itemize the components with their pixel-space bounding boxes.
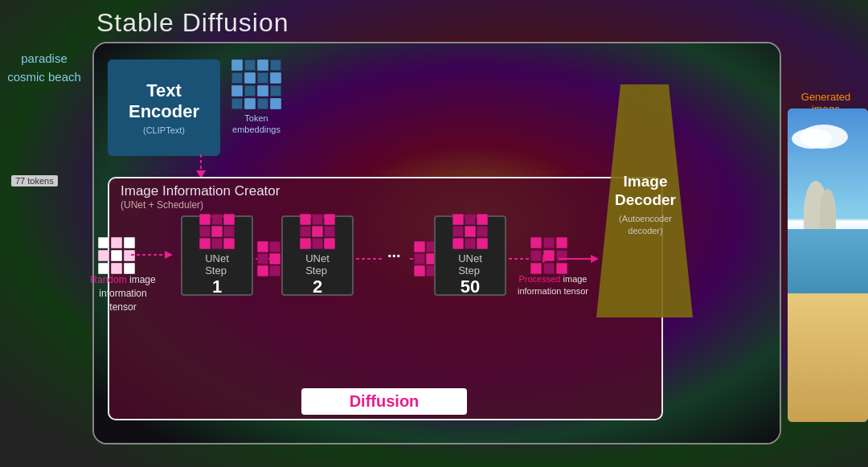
- random-tensor-label: Random imageinformation tensor: [87, 273, 159, 313]
- unet50-number: 50: [461, 277, 480, 297]
- decoder-text: ImageDecoder (Autoencoderdecoder): [601, 173, 690, 237]
- text-encoder-label: TextEncoder: [129, 80, 199, 123]
- iic-box: [108, 177, 663, 420]
- arrow-unet2-dots: [356, 252, 388, 266]
- unet-step-2: UNetStep 2: [281, 215, 354, 296]
- arrow-down-svg: [161, 154, 241, 178]
- unet-step-50: UNetStep 50: [434, 215, 506, 296]
- token-embeddings-container: Tokenembeddings: [231, 59, 281, 136]
- prompt-text: paradise cosmic beach: [0, 47, 88, 89]
- token-label: Tokenembeddings: [232, 113, 280, 136]
- unet1-number: 1: [212, 277, 222, 297]
- processed-tensor-label: Processed imageinformation tensor: [513, 273, 593, 298]
- unet50-grid: [452, 214, 488, 249]
- random-tensor-container: [98, 237, 135, 274]
- unet-step-1: UNetStep 1: [181, 215, 253, 296]
- diffusion-label: Diffusion: [301, 388, 468, 415]
- generated-image: [788, 109, 868, 422]
- prompt-label: paradise cosmic beach: [7, 51, 81, 84]
- unet1-grid: [199, 214, 235, 249]
- main-container: Stable Diffusion paradise cosmic beach 7…: [0, 0, 868, 467]
- text-encoder-box: TextEncoder (CLIPText): [108, 59, 220, 156]
- unet2-label: UNetStep: [305, 252, 330, 277]
- decoder-label: ImageDecoder: [601, 173, 690, 210]
- processed-highlight: Processed: [518, 274, 560, 284]
- svg-marker-3: [165, 251, 173, 259]
- text-encoder-sublabel: (CLIPText): [143, 125, 185, 135]
- diffusion-bar: Diffusion: [108, 388, 661, 415]
- unet1-label: UNetStep: [205, 252, 229, 277]
- tokens-badge: 77 tokens: [11, 175, 58, 186]
- decoder-sublabel: (Autoencoderdecoder): [601, 213, 690, 238]
- arrow-to-unet1: [131, 248, 179, 262]
- page-title: Stable Diffusion: [96, 8, 289, 38]
- iic-subtitle: (UNet + Scheduler): [121, 199, 203, 211]
- unet50-label: UNetStep: [458, 252, 482, 277]
- unet2-number: 2: [313, 277, 322, 297]
- token-embeddings-grid: [231, 59, 281, 109]
- iic-title: Image Information Creator: [121, 183, 280, 199]
- unet2-grid: [300, 214, 335, 249]
- dots-label: ...: [387, 243, 401, 261]
- random-tensor-grid: [98, 237, 135, 274]
- random-highlight: Random: [90, 274, 126, 285]
